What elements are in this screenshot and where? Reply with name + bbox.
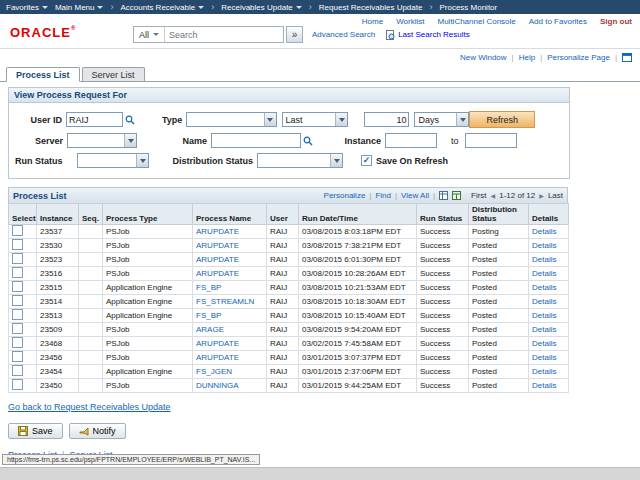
help-link[interactable]: Help: [519, 53, 535, 62]
process-name-link[interactable]: ARUPDATE: [196, 353, 239, 362]
instance-cell: 23530: [37, 239, 79, 253]
tab-process-list[interactable]: Process List: [6, 67, 80, 82]
view-all-link[interactable]: View All: [401, 191, 429, 200]
range-dropdown[interactable]: Last: [282, 112, 349, 127]
refresh-button[interactable]: Refresh: [469, 111, 535, 128]
user-id-label: User ID: [15, 115, 62, 125]
instance-to-field[interactable]: [465, 133, 517, 148]
breadcrumb-accounts-receivable[interactable]: Accounts Receivable: [120, 3, 204, 12]
multichannel-console-link[interactable]: MultiChannel Console: [437, 17, 515, 26]
process-name-link[interactable]: FS_STREAMLN: [196, 297, 254, 306]
process-name-link[interactable]: ARUPDATE: [196, 227, 239, 236]
advanced-search-link[interactable]: Advanced Search: [312, 30, 375, 39]
unit-dropdown[interactable]: Days: [414, 112, 469, 127]
row-select-checkbox[interactable]: [12, 337, 23, 348]
details-link[interactable]: Details: [532, 325, 556, 334]
save-button[interactable]: Save: [8, 423, 63, 439]
row-select-checkbox[interactable]: [12, 253, 23, 264]
details-link[interactable]: Details: [532, 297, 556, 306]
details-link[interactable]: Details: [532, 283, 556, 292]
run-datetime-cell: 03/08/2015 10:28:26AM EDT: [299, 267, 417, 281]
find-link[interactable]: Find: [375, 191, 391, 200]
worklist-link[interactable]: Worklist: [396, 17, 424, 26]
row-select-checkbox[interactable]: [12, 281, 23, 292]
details-link[interactable]: Details: [532, 311, 556, 320]
search-input[interactable]: [165, 27, 283, 42]
page-previous-icon[interactable]: ◀: [491, 192, 496, 199]
process-name-link[interactable]: ARAGE: [196, 325, 224, 334]
last-search-results-link[interactable]: Last Search Results: [398, 30, 470, 39]
personalize-link[interactable]: Personalize: [324, 191, 366, 200]
details-link[interactable]: Details: [532, 269, 556, 278]
user-id-field[interactable]: RAIJ: [66, 112, 123, 127]
name-field[interactable]: [211, 133, 301, 148]
server-dropdown[interactable]: [67, 133, 137, 148]
row-select-checkbox[interactable]: [12, 239, 23, 250]
row-select-checkbox[interactable]: [12, 323, 23, 334]
sign-out-link[interactable]: Sign out: [600, 17, 632, 26]
dropdown-arrow-icon: [264, 113, 276, 126]
process-name-link[interactable]: FS_BP: [196, 283, 221, 292]
row-select-checkbox[interactable]: [12, 351, 23, 362]
select-cell: [9, 253, 37, 267]
save-on-refresh-checkbox[interactable]: [361, 155, 372, 166]
notify-button[interactable]: Notify: [69, 423, 126, 439]
details-link[interactable]: Details: [532, 227, 556, 236]
details-link[interactable]: Details: [532, 241, 556, 250]
select-cell: [9, 281, 37, 295]
type-dropdown[interactable]: [186, 112, 276, 127]
last-search-results[interactable]: Last Search Results: [386, 30, 470, 40]
distribution-status-label: Distribution Status: [163, 156, 253, 166]
main-menu[interactable]: Main Menu: [55, 3, 104, 12]
details-link[interactable]: Details: [532, 367, 556, 376]
type-label: Type: [149, 115, 182, 125]
new-window-icon[interactable]: [622, 53, 632, 62]
personalize-page-link[interactable]: Personalize Page: [547, 53, 610, 62]
details-link[interactable]: Details: [532, 381, 556, 390]
search-scope-dropdown[interactable]: All: [134, 27, 165, 42]
row-select-checkbox[interactable]: [12, 309, 23, 320]
breadcrumb-request-receivables-update[interactable]: Request Receivables Update: [319, 3, 423, 12]
run-status-dropdown[interactable]: [77, 153, 149, 168]
go-back-link[interactable]: Go back to Request Receivables Update: [8, 402, 171, 412]
process-name-link[interactable]: ARUPDATE: [196, 269, 239, 278]
add-to-favorites-link[interactable]: Add to Favorites: [529, 17, 587, 26]
table-row: 23456 PSJob ARUPDATE RAIJ 03/01/2015 3:0…: [9, 351, 569, 365]
process-name-link[interactable]: ARUPDATE: [196, 241, 239, 250]
row-select-checkbox[interactable]: [12, 225, 23, 236]
process-name-link[interactable]: DUNNINGA: [196, 381, 239, 390]
instance-cell: 23513: [37, 309, 79, 323]
process-name-link[interactable]: FS_BP: [196, 311, 221, 320]
details-link[interactable]: Details: [532, 255, 556, 264]
row-select-checkbox[interactable]: [12, 379, 23, 390]
breadcrumb-process-monitor[interactable]: Process Monitor: [439, 3, 497, 12]
row-select-checkbox[interactable]: [12, 267, 23, 278]
user-id-lookup-icon[interactable]: [125, 115, 135, 125]
distribution-status-dropdown[interactable]: [257, 153, 343, 168]
paging-first-label[interactable]: First: [471, 191, 487, 200]
row-select-checkbox[interactable]: [12, 365, 23, 376]
row-select-checkbox[interactable]: [12, 295, 23, 306]
search-go-button[interactable]: »: [286, 26, 303, 43]
process-name-link[interactable]: ARUPDATE: [196, 255, 239, 264]
process-name-link[interactable]: ARUPDATE: [196, 339, 239, 348]
days-count-field[interactable]: 10: [364, 112, 409, 127]
breadcrumb-receivables-update[interactable]: Receivables Update: [221, 3, 302, 12]
process-name-link[interactable]: FS_JGEN: [196, 367, 232, 376]
process-list-grid: Process List Personalize Find View All F…: [8, 187, 568, 393]
paging-last-label[interactable]: Last: [548, 191, 563, 200]
details-link[interactable]: Details: [532, 339, 556, 348]
page-next-icon[interactable]: ▶: [539, 192, 544, 199]
distribution-status-cell: Posted: [469, 337, 529, 351]
favorites-menu[interactable]: Favorites: [6, 3, 48, 12]
new-window-link[interactable]: New Window: [460, 53, 507, 62]
download-to-excel-icon[interactable]: [452, 191, 461, 200]
name-lookup-icon[interactable]: [303, 136, 313, 146]
run-status-cell: Success: [417, 351, 469, 365]
zoom-grid-icon[interactable]: [439, 191, 448, 200]
tab-server-list[interactable]: Server List: [82, 67, 145, 81]
process-table-body: 23537 PSJob ARUPDATE RAIJ 03/08/2015 8:0…: [9, 225, 569, 393]
instance-from-field[interactable]: [385, 133, 437, 148]
home-link[interactable]: Home: [362, 17, 383, 26]
details-link[interactable]: Details: [532, 353, 556, 362]
